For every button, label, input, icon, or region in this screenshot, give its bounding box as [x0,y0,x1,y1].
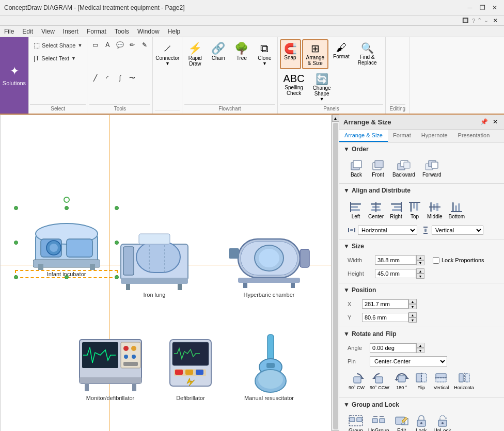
vertical-flip-button[interactable]: Vertical [433,371,450,391]
text-tool[interactable]: A [102,39,113,51]
align-middle-button[interactable]: Middle [425,199,444,221]
x-up[interactable]: ▲ [408,299,417,304]
edit-group-button[interactable]: Edit Group [393,413,410,431]
angle-input[interactable] [370,343,416,353]
width-input[interactable] [375,256,416,265]
ungroup-button[interactable]: UnGroup [367,413,390,431]
curve-tool[interactable]: ∫ [114,72,125,84]
rotate-header[interactable]: ▼ Rotate and Flip [339,327,504,341]
find-replace-button[interactable]: 🔍 Find & Replace [354,39,381,69]
align-header[interactable]: ▼ Align and Distribute [339,184,504,197]
rect-tool[interactable]: ▭ [89,39,101,51]
snap-button[interactable]: 🧲 Snap [280,39,301,69]
tab-presentation[interactable]: Presentation [453,130,495,142]
y-down[interactable]: ▼ [408,317,417,323]
select-shape-button[interactable]: ⬚ Select Shape ▼ [30,39,86,51]
speech-tool[interactable]: 💬 [114,39,125,51]
canvas-wrapper[interactable]: Infant incubator Iron l [0,115,332,431]
front-button[interactable]: Front [369,158,387,179]
back-button[interactable]: Back [348,158,365,179]
tab-arrange-size[interactable]: Arrange & Size [339,130,388,142]
canvas-item-resuscitator[interactable]: Manual resuscitator [233,332,305,401]
height-down[interactable]: ▼ [416,274,424,279]
rotate-90cw-button[interactable]: 90° CW [348,371,366,391]
tools-grid: ▭ A 💬 ✏ ✎ ╱ ◜ ∫ 〜 [89,39,150,104]
pen-tool[interactable]: ✏ [127,39,138,51]
horizontal-flip-button[interactable]: Horizonta [453,371,475,391]
freehand-tool[interactable]: 〜 [127,72,138,84]
align-left-button[interactable]: Left [348,199,364,221]
horizontal-dropdown[interactable]: Horizontal Distribute Horizontally [358,226,417,235]
group-header[interactable]: ▼ Group and Lock [339,398,504,411]
restore-button[interactable]: ❐ [477,3,487,13]
select-text-button[interactable]: |T Select Text ▼ [30,52,86,64]
arc-tool[interactable]: ◜ [102,72,113,84]
rotate-handle[interactable] [64,197,70,203]
backward-button[interactable]: Backward [391,158,417,179]
align-right-button[interactable]: Right [388,199,404,221]
width-up[interactable]: ▲ [416,255,424,260]
canvas-item-iron-lung[interactable]: Iron lung [113,229,196,298]
height-up[interactable]: ▲ [416,268,424,274]
height-input[interactable] [375,269,416,278]
forward-button[interactable]: Forward [421,158,443,179]
connector-button[interactable]: ⟋ Connector ▼ [155,39,180,69]
panel-close-button[interactable]: ✕ [491,117,500,126]
align-bottom-button[interactable]: Bottom [446,199,467,221]
canvas-item-defibrillator[interactable]: Defibrillator [160,337,222,401]
change-shape-button[interactable]: 🔄 Change Shape ▼ [309,70,335,104]
menu-item-edit[interactable]: Edit [18,27,37,36]
solutions-button[interactable]: ✦ Solutions [0,37,28,114]
menu-item-help[interactable]: Help [164,27,185,36]
rotate-180-button[interactable]: 180 ° [393,371,410,391]
menu-item-view[interactable]: View [37,27,59,36]
lock-proportions-checkbox[interactable] [433,257,439,264]
qa-close[interactable]: ✕ [491,16,500,25]
vertical-dropdown[interactable]: Vertical Distribute Vertically [432,226,483,235]
rotate-90ccw-button[interactable]: 90° CCW [369,371,390,391]
qa-btn-1[interactable]: 🔲 [461,16,470,25]
angle-up[interactable]: ▲ [416,343,424,348]
tree-button[interactable]: 🌳 Tree [231,39,252,104]
menu-item-format[interactable]: Format [83,27,111,36]
align-top-button[interactable]: Top [406,199,423,221]
width-down[interactable]: ▼ [416,260,424,265]
lock-button[interactable]: Lock [413,413,430,431]
minimize-button[interactable]: ─ [465,3,475,13]
format-button[interactable]: 🖌 Format [329,39,353,69]
menu-item-tools[interactable]: Tools [111,27,133,36]
arrange-size-button[interactable]: ⊞ Arrange & Size [302,39,329,69]
x-input[interactable] [362,299,408,309]
size-header[interactable]: ▼ Size [339,240,504,253]
canvas-item-hyperbaric-chamber[interactable]: Hyperbaric chamber [223,229,316,298]
angle-down[interactable]: ▼ [416,348,424,353]
vertical-scrollbar[interactable]: ▲ ▼ [332,115,339,431]
panel-pin-button[interactable]: 📌 [479,117,489,126]
align-center-button[interactable]: Center [366,199,386,221]
unlock-button[interactable]: UnLock [433,413,452,431]
line-tool[interactable]: ╱ [89,72,101,84]
clone-button[interactable]: ⧉ Clone ▼ [254,39,275,104]
tab-hypernote[interactable]: Hypernote [416,130,453,142]
x-down[interactable]: ▼ [408,304,417,309]
pencil-tool[interactable]: ✎ [139,39,150,51]
rapid-draw-button[interactable]: ⚡ RapidDraw [184,39,206,104]
canvas-item-infant-incubator[interactable]: Infant incubator [16,208,117,277]
canvas-item-monitor[interactable]: Monitor/defibrillator [70,337,150,401]
close-button[interactable]: ✕ [490,3,500,13]
menu-item-insert[interactable]: Insert [59,27,83,36]
flip-button[interactable]: Flip [413,371,430,391]
y-up[interactable]: ▲ [408,312,417,317]
chain-button[interactable]: 🔗 Chain [208,39,229,104]
scroll-thumb-v[interactable] [333,123,338,429]
spelling-button[interactable]: ABC Spelling Check [280,70,308,104]
group-button[interactable]: Group [348,413,364,431]
scroll-up-btn[interactable]: ▲ [332,115,339,122]
y-input[interactable] [362,313,408,322]
tab-format[interactable]: Format [388,130,416,142]
position-header[interactable]: ▼ Position [339,283,504,297]
menu-item-window[interactable]: Window [133,27,164,36]
menu-item-file[interactable]: File [0,27,18,36]
pin-dropdown[interactable]: Center-Center Top-Left Top-Center Top-Ri… [370,356,447,366]
order-header[interactable]: ▼ Order [339,142,504,156]
